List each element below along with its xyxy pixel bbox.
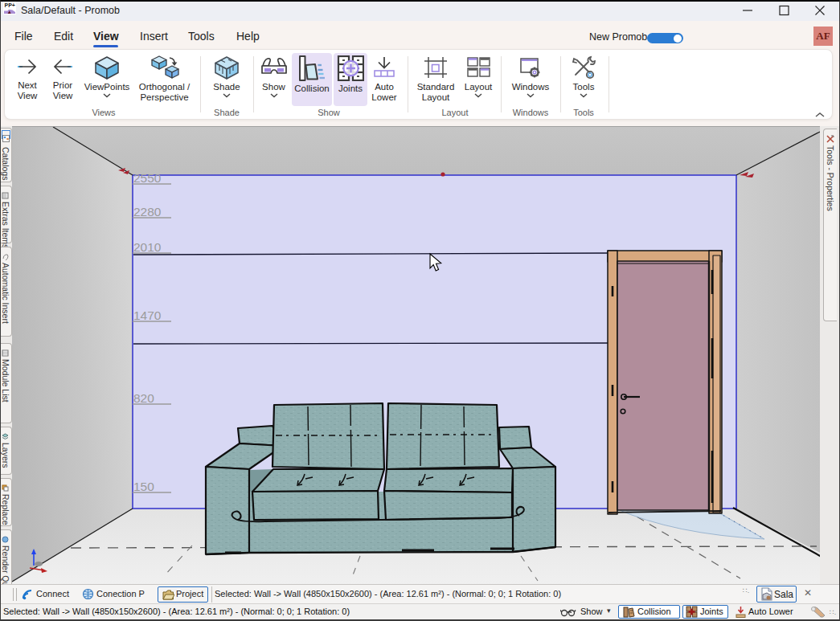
svg-text:150: 150 bbox=[133, 480, 154, 493]
svg-text:1470: 1470 bbox=[133, 308, 162, 322]
svg-text:2280: 2280 bbox=[133, 205, 162, 219]
svg-text:2010: 2010 bbox=[133, 240, 162, 254]
svg-text:2550: 2550 bbox=[133, 171, 162, 185]
svg-text:PP+: PP+ bbox=[5, 2, 15, 8]
svg-text:820: 820 bbox=[133, 391, 154, 405]
